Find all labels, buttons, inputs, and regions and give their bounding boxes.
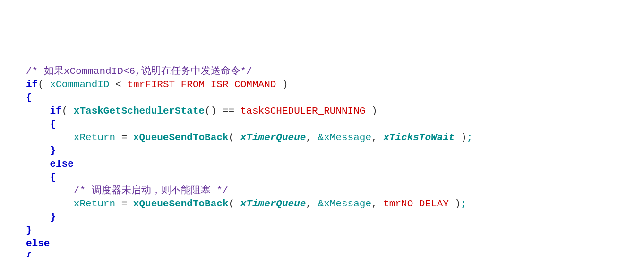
code-line-10: /* 调度器未启动，则不能阻塞 */: [26, 184, 625, 197]
argument: xTimerQueue: [240, 132, 306, 143]
comment-text: /* 调度器未启动，则不能阻塞 */: [74, 185, 229, 196]
code-line-1: /* 如果xCommandID<6,说明在任务中发送命令*/: [26, 65, 625, 78]
code-line-8: else: [26, 158, 625, 171]
eq-operator: ==: [216, 106, 240, 116]
paren-close: ): [276, 79, 288, 90]
code-line-12: }: [26, 211, 625, 224]
argument: xTicksToWait: [383, 132, 455, 143]
code-line-5: {: [26, 118, 625, 131]
brace-close: }: [50, 145, 56, 156]
code-line-13: }: [26, 224, 625, 237]
paren-close: ): [449, 198, 461, 209]
keyword-else: else: [26, 238, 50, 249]
code-line-6: xReturn = xQueueSendToBack( xTimerQueue,…: [26, 131, 625, 144]
semicolon: ;: [467, 132, 473, 143]
brace-open: {: [26, 251, 32, 257]
eq-operator: =: [115, 198, 133, 209]
constant: tmrNO_DELAY: [383, 198, 449, 209]
code-line-7: }: [26, 144, 625, 158]
code-line-15: {: [26, 250, 625, 257]
code-line-4: if( xTaskGetSchedulerState() == taskSCHE…: [26, 105, 625, 118]
paren-empty: (): [205, 106, 216, 116]
eq-operator: =: [115, 132, 133, 143]
keyword-if: if: [26, 79, 38, 90]
lt-operator: <: [109, 79, 127, 90]
address-of: &: [318, 198, 324, 209]
variable: xReturn: [74, 132, 115, 143]
brace-open: {: [50, 119, 56, 130]
code-line-9: {: [26, 171, 625, 184]
function-call: xQueueSendToBack: [133, 198, 229, 209]
comma: ,: [371, 198, 383, 209]
paren-open: (: [38, 79, 50, 90]
paren-open: (: [229, 132, 240, 143]
variable: xReturn: [74, 198, 115, 209]
brace-open: {: [50, 172, 56, 183]
constant: tmrFIRST_FROM_ISR_COMMAND: [127, 79, 276, 90]
comma: ,: [306, 132, 318, 143]
paren-open: (: [229, 198, 240, 209]
code-block: /* 如果xCommandID<6,说明在任务中发送命令*/if( xComma…: [26, 65, 625, 257]
code-line-3: {: [26, 91, 625, 105]
code-line-2: if( xCommandID < tmrFIRST_FROM_ISR_COMMA…: [26, 78, 625, 91]
variable: xCommandID: [50, 79, 109, 90]
keyword-if: if: [50, 106, 61, 116]
paren-open: (: [62, 106, 74, 116]
paren-close: ): [365, 106, 377, 116]
keyword-else: else: [50, 159, 73, 169]
function-call: xQueueSendToBack: [133, 132, 229, 143]
semicolon: ;: [461, 198, 467, 209]
address-of: &: [318, 132, 324, 143]
constant: taskSCHEDULER_RUNNING: [240, 106, 366, 116]
code-line-11: xReturn = xQueueSendToBack( xTimerQueue,…: [26, 197, 625, 211]
code-line-14: else: [26, 237, 625, 250]
argument: xTimerQueue: [240, 198, 306, 209]
argument: xMessage: [324, 132, 371, 143]
comma: ,: [306, 198, 318, 209]
paren-close: ): [455, 132, 466, 143]
brace-open: {: [26, 92, 32, 103]
comment-text: /* 如果xCommandID<6,说明在任务中发送命令*/: [26, 66, 252, 77]
brace-close: }: [26, 225, 32, 236]
comma: ,: [371, 132, 383, 143]
brace-close: }: [50, 212, 56, 222]
function-call: xTaskGetSchedulerState: [74, 106, 205, 116]
argument: xMessage: [324, 198, 371, 209]
